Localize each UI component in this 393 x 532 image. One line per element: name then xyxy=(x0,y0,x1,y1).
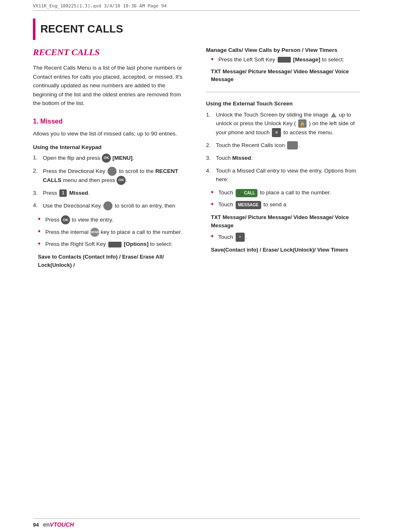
bullet-left-2: • Press the internal SEND key to place a… xyxy=(38,228,189,237)
bullet-right-call: • Touch 📞 CALL to place a call to the nu… xyxy=(211,189,360,197)
lock-key-icon: 🔒 xyxy=(298,119,306,128)
directional-key-icon xyxy=(108,167,117,176)
italic-title: RECENT CALLS xyxy=(33,47,189,58)
bullet-right-menu: • Touch ≡. xyxy=(211,233,360,242)
right-soft-key-icon xyxy=(108,242,122,247)
page-title: RECENT CALLS xyxy=(40,21,360,35)
external-touch-heading: Using the External Touch Screen xyxy=(206,100,360,107)
intro-paragraph: The Recent Calls Menu is a list of the l… xyxy=(33,63,189,108)
menu-grid-icon: ⊞ xyxy=(272,128,281,137)
ok-key-icon: OK xyxy=(102,154,111,163)
page-header: VX11K_Eng_100225(1.3).qxd 3/4/10 10:36 A… xyxy=(33,3,360,11)
recent-calls-icon xyxy=(287,141,298,149)
manage-calls-heading: Manage Calls/ View Calls by Person / Vie… xyxy=(206,47,360,53)
two-col-layout: RECENT CALLS The Recent Calls Menu is a … xyxy=(33,47,360,271)
step-left-1: 1. Open the flip and press OK [MENU]. xyxy=(33,154,189,163)
step-right-3: 3. Touch Missed. xyxy=(206,154,360,163)
step-right-2: 2. Touch the Recent Calls icon . xyxy=(206,141,360,150)
bullet-right-message: • Touch MESSAGE to send a xyxy=(211,201,360,209)
step-left-4: 4. Use the Directional Key to scroll to … xyxy=(33,201,189,210)
step-right-1: 1. Unlock the Touch Screen by sliding th… xyxy=(206,111,360,137)
menu-icon-touch: ≡ xyxy=(236,233,245,242)
steps-list-right: 1. Unlock the Touch Screen by sliding th… xyxy=(206,111,360,184)
directional-key-icon-2 xyxy=(103,201,112,210)
col-right: Manage Calls/ View Calls by Person / Vie… xyxy=(206,47,360,271)
message-options-right: TXT Message/ Picture Message/ Video Mess… xyxy=(211,68,360,84)
bullet-left-1: • Press OK to view the entry. xyxy=(38,215,189,224)
message-options-right-2: TXT Message/ Picture Message/ Video Mess… xyxy=(211,213,360,229)
triangle-up-icon xyxy=(331,112,337,117)
page-container: RECENT CALLS RECENT CALLS The Recent Cal… xyxy=(33,19,360,516)
steps-list-left: 1. Open the flip and press OK [MENU]. 2.… xyxy=(33,154,189,211)
left-soft-key-icon xyxy=(278,57,291,63)
call-button-icon: 📞 CALL xyxy=(236,189,257,197)
internal-keypad-heading: Using the Internal Keypad xyxy=(33,144,189,150)
section1-desc: Allows you to view the list of missed ca… xyxy=(33,129,189,138)
key-number-1: 1 xyxy=(59,189,67,197)
step-right-4: 4. Touch a Missed Call entry to view the… xyxy=(206,167,360,184)
bullet-list-right-menu: • Touch ≡. xyxy=(206,233,360,242)
footer-page-number: 94 xyxy=(33,522,39,528)
footer-brand: enVTOUCH xyxy=(43,521,74,528)
bullet-list-left: • Press OK to view the entry. • Press th… xyxy=(33,215,189,249)
save-options-right: Save(Contact info) / Erase/ Lock(Unlock)… xyxy=(211,246,360,254)
bullet-right-lsk: • Press the Left Soft Key [Message] to s… xyxy=(211,56,360,64)
bullet-list-right-top: • Press the Left Soft Key [Message] to s… xyxy=(206,56,360,64)
options-left: Save to Contacts (Contact info) / Erase/… xyxy=(38,253,189,269)
title-accent xyxy=(33,19,35,40)
col-left: RECENT CALLS The Recent Calls Menu is a … xyxy=(33,47,189,271)
page-footer: 94 enVTOUCH xyxy=(33,518,360,528)
ok-key-icon-2: OK xyxy=(117,176,126,185)
divider xyxy=(206,92,360,92)
message-button-icon: MESSAGE xyxy=(236,201,261,209)
ok-key-bullet: OK xyxy=(61,215,70,224)
send-key-icon: SEND xyxy=(90,228,99,237)
bullet-left-3: • Press the Right Soft Key [Options] to … xyxy=(38,240,189,249)
section1-heading: 1. Missed xyxy=(33,118,189,125)
step-left-2: 2. Press the Directional Key to scroll t… xyxy=(33,167,189,185)
step-left-3: 3. Press 1 Missed. xyxy=(33,189,189,198)
title-wrapper: RECENT CALLS xyxy=(33,19,360,35)
bullet-list-right-bottom: • Touch 📞 CALL to place a call to the nu… xyxy=(206,189,360,209)
